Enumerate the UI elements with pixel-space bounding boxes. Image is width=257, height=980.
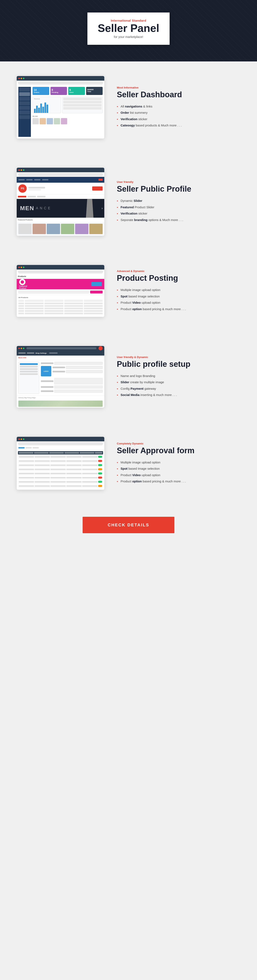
- col-cat: [45, 300, 63, 302]
- product-thumb: [32, 118, 39, 124]
- product-thumbnails: [32, 118, 103, 124]
- section1-title: Seller Dashboard: [117, 91, 240, 99]
- city-input[interactable]: [54, 385, 103, 388]
- feature-item: Product option based pricing & much more…: [117, 306, 240, 312]
- cell: [82, 456, 97, 458]
- cell: [66, 477, 81, 479]
- dash-sidebar: [18, 87, 31, 137]
- sidebar-item-active[interactable]: [20, 363, 38, 365]
- profile-content: PS MEN ANCE: [17, 177, 104, 236]
- chart-row: Revenue: [32, 97, 103, 113]
- header-cell: [19, 452, 34, 453]
- nav-item: [26, 179, 32, 180]
- banner-arrow[interactable]: ›: [102, 207, 103, 210]
- filter[interactable]: [26, 447, 32, 449]
- cell: [82, 481, 97, 483]
- hero-title: Seller Panel: [98, 22, 160, 34]
- products-screenshot: Products FeaturedProduct: [17, 265, 104, 317]
- table-header: [18, 451, 103, 455]
- section2-label: User friendly: [117, 180, 240, 183]
- approval-table: [17, 450, 104, 490]
- sidebar-item: [19, 106, 30, 110]
- feature-item: Seporate branding options & Much more . …: [117, 217, 240, 223]
- tab-active[interactable]: [18, 196, 26, 197]
- phone-input[interactable]: [54, 390, 103, 393]
- form-row-address: [41, 378, 103, 384]
- stat-3: 6Done: [68, 87, 85, 95]
- fp-item: [47, 224, 60, 234]
- tab[interactable]: [27, 196, 36, 197]
- cell: [19, 469, 34, 470]
- form-row-phone: [41, 390, 103, 393]
- add-product-btn[interactable]: [90, 291, 103, 293]
- form-row-name: [41, 362, 103, 365]
- setup-nav-title: Shop Settings: [35, 352, 47, 354]
- logo-form-fields: [53, 366, 103, 374]
- form-input[interactable]: [66, 370, 103, 373]
- profile-tabs: [17, 194, 104, 199]
- sidebar-item: [19, 111, 30, 115]
- filter[interactable]: [32, 447, 39, 449]
- header-cell: [34, 452, 49, 453]
- product-thumb: [61, 118, 67, 124]
- nav-item: [42, 179, 48, 180]
- status-toggle[interactable]: [98, 456, 102, 458]
- status-toggle[interactable]: [98, 473, 102, 474]
- status-toggle[interactable]: [98, 481, 102, 483]
- approval-row: [18, 468, 103, 471]
- cell: [51, 460, 66, 462]
- cell: [51, 477, 66, 479]
- hero-subtitle: International Standard: [98, 19, 160, 22]
- cell: [82, 473, 97, 474]
- cell: [25, 313, 44, 314]
- status-toggle[interactable]: [98, 485, 102, 487]
- sidebar-item[interactable]: [20, 373, 38, 375]
- table-row: [63, 101, 102, 103]
- section3-features: Multiple image upload option Spot based …: [117, 287, 240, 312]
- status-toggle[interactable]: [98, 477, 102, 479]
- browser-dot-red: [18, 267, 20, 268]
- check-details-button[interactable]: CHECK DETAILS: [83, 517, 174, 533]
- product-post-header: FeaturedProduct: [17, 279, 104, 289]
- sidebar-item[interactable]: [20, 366, 38, 368]
- form-input[interactable]: [66, 366, 103, 369]
- browser-dot-green: [23, 348, 24, 349]
- feature-item: Dynamic Slider: [117, 198, 240, 204]
- sidebar-item[interactable]: [20, 368, 38, 370]
- profile-logo-bar: PS: [17, 183, 104, 194]
- status-toggle[interactable]: [98, 468, 102, 470]
- dashboard-table: [62, 97, 103, 113]
- cell: [51, 469, 66, 470]
- nav-cta[interactable]: [99, 179, 103, 181]
- cell: [45, 305, 63, 307]
- sidebar-item: [19, 115, 30, 119]
- profile-hero-banner: MEN ANCE ›: [17, 199, 104, 218]
- tab[interactable]: [37, 196, 45, 197]
- product-thumb: [40, 118, 46, 124]
- form-label: [41, 390, 53, 392]
- cell: [66, 456, 81, 458]
- nav-link: [49, 352, 57, 354]
- sidebar-item[interactable]: [20, 371, 38, 372]
- cell: [35, 481, 50, 483]
- all-products-label: All Products: [18, 297, 103, 299]
- cell: [18, 305, 24, 307]
- status-toggle[interactable]: [98, 464, 102, 466]
- address-input[interactable]: [54, 378, 103, 384]
- banner-model-image: [83, 199, 96, 218]
- cell: [51, 465, 66, 466]
- browser-bar-5: [17, 437, 104, 441]
- cell: [66, 460, 81, 462]
- search-bar[interactable]: [18, 291, 89, 293]
- cell: [18, 313, 24, 314]
- approval-screenshot: [17, 437, 104, 490]
- browser-dot-red: [18, 169, 20, 171]
- bar-7: [46, 105, 48, 113]
- status-toggle[interactable]: [98, 460, 102, 462]
- cell: [82, 477, 97, 479]
- cell: [64, 305, 83, 307]
- follow-btn[interactable]: [92, 186, 103, 191]
- form-row: [53, 366, 103, 369]
- section5-title: Seller Approval form: [117, 446, 240, 455]
- name-input[interactable]: [54, 362, 103, 365]
